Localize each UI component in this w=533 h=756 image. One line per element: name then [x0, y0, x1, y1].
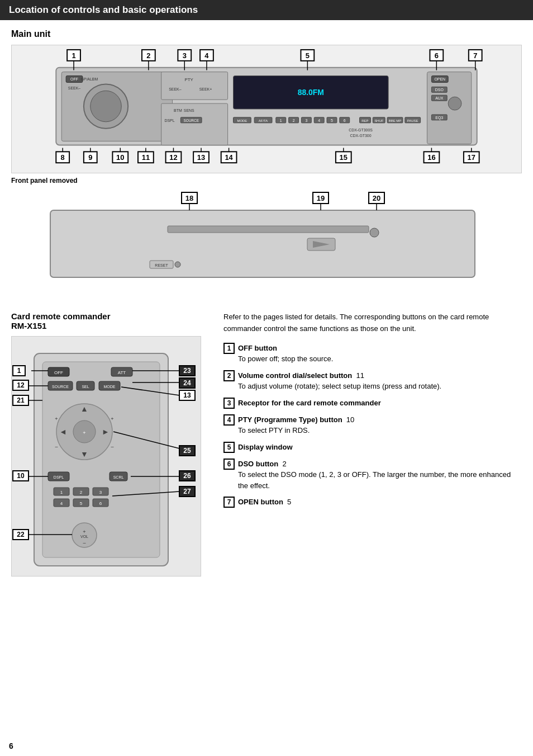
desc-item-6: 6 DSO button 2 To select the DSO mode (1…: [223, 459, 522, 492]
svg-text:EQ3: EQ3: [435, 116, 443, 120]
svg-text:5: 5: [306, 51, 310, 60]
svg-text:14: 14: [225, 153, 233, 162]
svg-text:10: 10: [116, 153, 124, 162]
page-header: Location of controls and basic operation…: [0, 0, 533, 20]
svg-text:20: 20: [373, 194, 380, 202]
main-unit-diagram-container: OFF GP/ALBM SEEK– PTY SEEK– SEEK+ BTM SE…: [11, 45, 522, 173]
card-remote-title-line1: Card remote commander: [11, 311, 111, 321]
card-remote-diagram: OFF ATT SOURCE SEL MODE ▲ ▼ ◄: [11, 336, 201, 577]
svg-rect-107: [50, 210, 475, 277]
svg-text:MODE: MODE: [104, 385, 116, 389]
svg-text:1: 1: [17, 367, 21, 375]
desc-text-7: OPEN button 5: [238, 497, 291, 508]
desc-bold-6: DSO button: [238, 460, 278, 468]
card-remote-title: Card remote commander RM-X151: [11, 311, 212, 330]
svg-text:SEL: SEL: [82, 385, 89, 389]
svg-text:7: 7: [473, 51, 477, 60]
desc-item-1: 1 OFF button To power off; stop the sour…: [223, 343, 522, 365]
desc-item-4: 4 PTY (Programme Type) button 10 To sele…: [223, 414, 522, 436]
front-panel-svg: RESET 18 19 20: [11, 188, 514, 300]
desc-body-2: To adjust volume (rotate); select setup …: [238, 382, 441, 390]
svg-text:SHUF: SHUF: [374, 119, 384, 122]
desc-body-6: To select the DSO mode (1, 2, 3 or OFF).…: [238, 470, 511, 490]
svg-text:AF/TA: AF/TA: [259, 119, 268, 122]
svg-text:8: 8: [61, 153, 65, 162]
svg-point-113: [175, 262, 180, 267]
svg-text:BTM: BTM: [174, 108, 182, 112]
desc-bold-7: OPEN button: [238, 498, 283, 506]
svg-text:OFF: OFF: [70, 77, 78, 81]
svg-text:▼: ▼: [80, 450, 88, 459]
svg-text:PTY: PTY: [185, 77, 194, 82]
svg-text:6: 6: [99, 501, 102, 506]
svg-text:RESET: RESET: [155, 263, 168, 267]
card-remote-title-line2: RM-X151: [11, 321, 46, 330]
svg-text:23: 23: [183, 367, 191, 375]
svg-text:ATT: ATT: [118, 370, 126, 375]
svg-text:17: 17: [468, 153, 475, 162]
svg-rect-125: [42, 362, 160, 557]
svg-text:–: –: [111, 444, 113, 450]
svg-text:1: 1: [280, 119, 282, 122]
front-panel-removed-section: RESET 18 19 20: [11, 188, 522, 301]
desc-bold-5: Display window: [238, 443, 293, 451]
svg-text:REP: REP: [361, 119, 368, 122]
svg-text:OPEN: OPEN: [434, 77, 445, 81]
svg-text:1: 1: [72, 51, 75, 60]
svg-text:11: 11: [142, 153, 150, 162]
svg-text:4: 4: [204, 51, 209, 60]
svg-text:GP/ALBM: GP/ALBM: [80, 77, 98, 81]
svg-text:4: 4: [60, 501, 63, 506]
main-content: Main unit OFF GP/ALBM SEEK– PTY SEEK–: [0, 20, 533, 585]
desc-item-7: 7 OPEN button 5: [223, 497, 522, 508]
page-number: 6: [9, 741, 13, 750]
svg-text:2: 2: [293, 119, 295, 122]
desc-body-4: To select PTY in RDS.: [238, 426, 310, 434]
svg-text:1: 1: [60, 490, 63, 495]
svg-text:+: +: [83, 529, 85, 535]
bottom-section: Card remote commander RM-X151 OFF ATT: [11, 311, 522, 577]
svg-text:+: +: [83, 430, 85, 436]
main-unit-svg: OFF GP/ALBM SEEK– PTY SEEK– SEEK+ BTM SE…: [12, 45, 521, 173]
desc-text-3: Receptor for the card remote commander: [238, 398, 381, 409]
svg-text:SOURCE: SOURCE: [52, 385, 69, 389]
svg-text:+: +: [111, 416, 113, 422]
desc-text-4: PTY (Programme Type) button 10 To select…: [238, 414, 354, 436]
svg-text:16: 16: [427, 153, 435, 162]
svg-text:►: ►: [102, 427, 110, 436]
card-remote-svg: OFF ATT SOURCE SEL MODE ▲ ▼ ◄: [12, 337, 202, 577]
svg-text:+: +: [55, 416, 58, 422]
svg-rect-12: [161, 103, 228, 145]
svg-text:2: 2: [146, 51, 150, 60]
svg-text:15: 15: [340, 153, 348, 162]
svg-text:13: 13: [183, 391, 191, 399]
desc-body-1: To power off; stop the source.: [238, 355, 333, 363]
svg-text:2: 2: [80, 490, 83, 495]
svg-text:AUX: AUX: [435, 96, 444, 100]
svg-text:PAUSE: PAUSE: [407, 119, 418, 122]
desc-num-5: 5: [223, 442, 235, 453]
desc-num-4: 4: [223, 414, 235, 426]
svg-text:3: 3: [305, 119, 307, 122]
svg-text:9: 9: [88, 153, 92, 162]
svg-text:SOURCE: SOURCE: [183, 119, 199, 122]
svg-text:SEEK–: SEEK–: [169, 87, 181, 91]
svg-text:◄: ◄: [59, 427, 67, 436]
svg-text:–: –: [55, 444, 58, 450]
svg-text:DSPL: DSPL: [164, 119, 174, 122]
main-unit-title: Main unit: [11, 29, 522, 39]
svg-text:10: 10: [17, 472, 25, 480]
svg-text:MODE: MODE: [237, 119, 247, 122]
svg-text:3: 3: [99, 490, 102, 495]
svg-text:88.0FM: 88.0FM: [298, 88, 324, 97]
svg-text:BBE MP: BBE MP: [389, 119, 401, 122]
svg-text:5: 5: [331, 119, 333, 122]
desc-text-1: OFF button To power off; stop the source…: [238, 343, 333, 365]
card-remote-section: Card remote commander RM-X151 OFF ATT: [11, 311, 212, 577]
svg-text:4: 4: [318, 119, 320, 122]
desc-bold-2: Volume control dial/select button: [238, 371, 352, 380]
desc-item-2: 2 Volume control dial/select button 11 T…: [223, 370, 522, 392]
svg-point-3: [91, 91, 122, 122]
desc-text-5: Display window: [238, 442, 293, 453]
descriptions-section: Refer to the pages listed for details. T…: [223, 311, 522, 577]
